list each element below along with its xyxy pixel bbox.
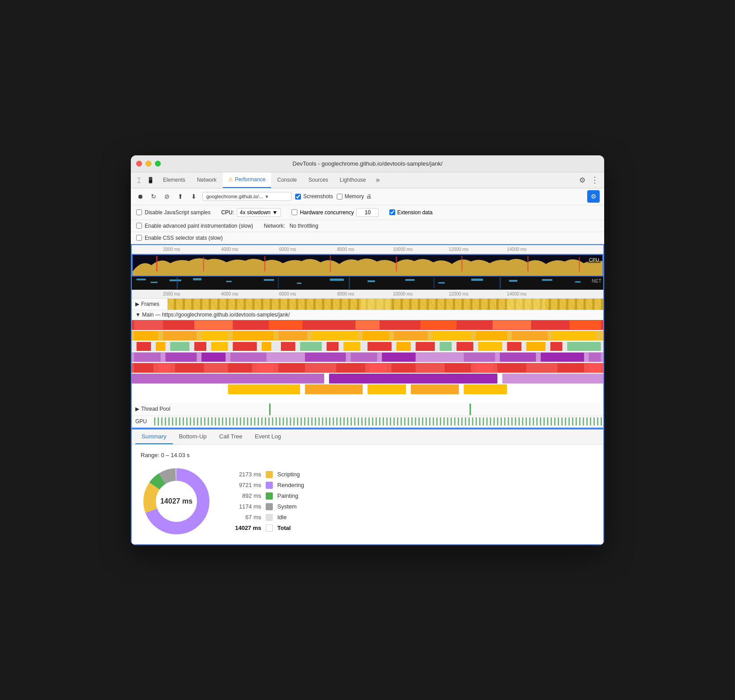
frames-expand-icon[interactable]: ▶ <box>135 301 139 307</box>
device-icon[interactable]: 📱 <box>146 175 155 184</box>
minimize-button[interactable] <box>146 161 151 167</box>
tab-call-tree[interactable]: Call Tree <box>213 429 249 444</box>
cursor-icon[interactable]: ⌶ <box>134 175 143 184</box>
frames-svg <box>167 299 603 310</box>
net-label: NET <box>592 278 601 283</box>
close-button[interactable] <box>136 161 142 167</box>
cpu-chevron-icon: ▼ <box>272 209 278 216</box>
svg-rect-79 <box>507 342 521 351</box>
cpu-dropdown[interactable]: 4x slowdown ▼ <box>237 208 281 217</box>
svg-rect-111 <box>476 363 493 372</box>
css-stats-checkbox[interactable] <box>136 235 142 241</box>
advanced-paint-item: Enable advanced paint instrumentation (s… <box>136 223 253 229</box>
more-tabs-button[interactable]: » <box>372 176 384 184</box>
donut-center-label: 14027 ms <box>160 497 192 505</box>
svg-rect-120 <box>305 384 363 394</box>
svg-rect-19 <box>471 279 483 281</box>
tab-elements[interactable]: Elements <box>158 172 191 188</box>
system-label: System <box>277 503 297 510</box>
tab-lighthouse[interactable]: Lighthouse <box>334 172 372 188</box>
url-bar[interactable]: googlechrome.github.io/... ▼ <box>202 192 292 201</box>
download-button[interactable]: ⬇ <box>189 192 199 201</box>
legend-row-system: 1174 ms System <box>230 503 304 510</box>
svg-rect-123 <box>464 384 507 394</box>
clear-button[interactable]: ⊘ <box>162 192 172 201</box>
svg-rect-119 <box>228 384 301 394</box>
summary-content: Range: 0 – 14.03 s <box>132 445 603 544</box>
svg-rect-33 <box>506 299 545 310</box>
settings-row-2: Enable advanced paint instrumentation (s… <box>131 220 604 232</box>
ruler-tick-6000: 6000 ms <box>279 247 296 252</box>
maximize-button[interactable] <box>155 161 161 167</box>
advanced-paint-checkbox[interactable] <box>136 223 142 229</box>
svg-rect-21 <box>542 279 552 281</box>
tab-event-log[interactable]: Event Log <box>249 429 288 444</box>
titlebar: DevTools - googlechrome.github.io/devtoo… <box>131 155 604 172</box>
svg-rect-60 <box>553 331 596 340</box>
tab-sources[interactable]: Sources <box>303 172 334 188</box>
svg-rect-107 <box>370 363 387 372</box>
thread-pool-expand-icon[interactable]: ▶ <box>135 406 139 412</box>
svg-rect-67 <box>233 342 257 351</box>
svg-rect-40 <box>307 321 351 329</box>
svg-rect-5 <box>461 255 462 271</box>
svg-rect-15 <box>330 279 344 281</box>
tab-summary[interactable]: Summary <box>135 429 173 444</box>
svg-rect-114 <box>558 363 584 372</box>
svg-rect-17 <box>405 279 414 281</box>
svg-rect-89 <box>305 353 346 362</box>
legend-row-rendering: 9721 ms Rendering <box>230 482 304 489</box>
svg-rect-35 <box>134 321 163 329</box>
svg-rect-7 <box>579 257 580 271</box>
hw-concurrency-input[interactable] <box>356 208 379 217</box>
legend-row-painting: 892 ms Painting <box>230 492 304 500</box>
svg-rect-53 <box>279 331 308 340</box>
svg-rect-81 <box>550 342 562 351</box>
frames-track <box>167 299 603 310</box>
svg-rect-65 <box>194 342 206 351</box>
disable-js-checkbox[interactable] <box>136 209 142 215</box>
svg-rect-2 <box>264 256 266 271</box>
svg-rect-66 <box>211 342 228 351</box>
screenshots-checkbox[interactable] <box>295 194 301 200</box>
timeline-ruler-2: 2000 ms 4000 ms 6000 ms 8000 ms 10000 ms… <box>132 290 603 299</box>
svg-rect-3 <box>330 255 331 271</box>
ruler-tick-4000: 4000 ms <box>221 247 238 252</box>
svg-rect-105 <box>310 363 331 372</box>
tab-network[interactable]: Network <box>192 172 222 188</box>
settings-icon[interactable]: ⚙ <box>576 176 588 184</box>
extension-data-group: Extension data <box>389 209 432 216</box>
hw-concurrency-checkbox[interactable] <box>292 209 297 215</box>
svg-rect-118 <box>502 374 603 383</box>
svg-rect-32 <box>361 299 390 310</box>
memory-checkbox-group: Memory 🖨 <box>337 193 372 200</box>
svg-rect-92 <box>421 353 459 362</box>
svg-rect-88 <box>271 353 300 362</box>
svg-rect-20 <box>509 280 518 282</box>
svg-rect-59 <box>512 331 548 340</box>
tab-performance[interactable]: ⚠ Performance <box>223 172 271 188</box>
svg-rect-49 <box>134 331 158 340</box>
devtools-body: ⌶ 📱 Elements Network ⚠ Performance Conso… <box>131 172 604 545</box>
scripting-color <box>266 471 273 478</box>
svg-rect-90 <box>351 353 377 362</box>
ruler-tick-14000: 14000 ms <box>507 247 526 252</box>
settings-button[interactable]: ⚙ <box>587 190 600 203</box>
memory-checkbox[interactable] <box>337 194 342 200</box>
painting-label: Painting <box>277 492 298 499</box>
tab-console[interactable]: Console <box>272 172 302 188</box>
svg-rect-102 <box>228 363 252 372</box>
reload-button[interactable]: ↻ <box>149 192 159 201</box>
extension-data-checkbox[interactable] <box>389 209 395 215</box>
svg-rect-0 <box>156 255 158 271</box>
svg-rect-98 <box>134 363 153 372</box>
frames-row: ▶ Frames <box>132 299 603 310</box>
svg-rect-8 <box>137 279 146 280</box>
record-button[interactable]: ⏺ <box>135 192 145 201</box>
svg-rect-55 <box>363 331 389 340</box>
upload-button[interactable]: ⬆ <box>175 192 185 201</box>
more-options-icon[interactable]: ⋮ <box>589 175 601 185</box>
svg-rect-74 <box>397 342 411 351</box>
tab-bottom-up[interactable]: Bottom-Up <box>173 429 213 444</box>
svg-rect-110 <box>444 363 471 372</box>
